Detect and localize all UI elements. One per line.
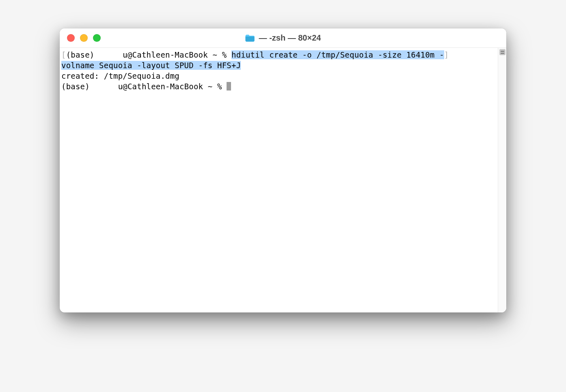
redacted-user-1 xyxy=(99,50,123,60)
prompt-line1-pre: (base) xyxy=(66,50,99,59)
traffic-lights xyxy=(60,34,101,42)
redacted-user-2 xyxy=(94,81,118,92)
bracket-close: ] xyxy=(444,50,449,59)
terminal-content[interactable]: [(base) u@Cathleen-MacBook ~ % hdiutil c… xyxy=(60,48,498,312)
selected-command-part2: volname Sequoia -layout SPUD -fs HFS+J xyxy=(61,61,241,70)
terminal-window: — -zsh — 80×24 [(base) u@Cathleen-MacBoo… xyxy=(60,28,506,312)
terminal-body: [(base) u@Cathleen-MacBook ~ % hdiutil c… xyxy=(60,48,506,312)
title-center: — -zsh — 80×24 xyxy=(245,33,321,43)
window-title: — -zsh — 80×24 xyxy=(259,33,321,43)
bracket-open: [ xyxy=(61,50,66,59)
fullscreen-window-button[interactable] xyxy=(93,34,101,42)
scrollbar[interactable] xyxy=(498,48,506,312)
folder-icon xyxy=(245,34,255,42)
prompt-line4-post: u@Cathleen-MacBook ~ % xyxy=(118,82,227,91)
minimize-window-button[interactable] xyxy=(80,34,88,42)
prompt-line4-pre: (base) xyxy=(61,82,94,91)
titlebar[interactable]: — -zsh — 80×24 xyxy=(60,28,506,48)
output-line-created: created: /tmp/Sequoia.dmg xyxy=(61,71,179,80)
close-window-button[interactable] xyxy=(67,34,75,42)
selected-command-part1: hdiutil create -o /tmp/Sequoia -size 164… xyxy=(231,50,444,59)
scroll-thumb-icon[interactable] xyxy=(499,49,506,55)
cursor-block xyxy=(227,82,231,90)
prompt-line1-post: u@Cathleen-MacBook ~ % xyxy=(123,50,231,59)
